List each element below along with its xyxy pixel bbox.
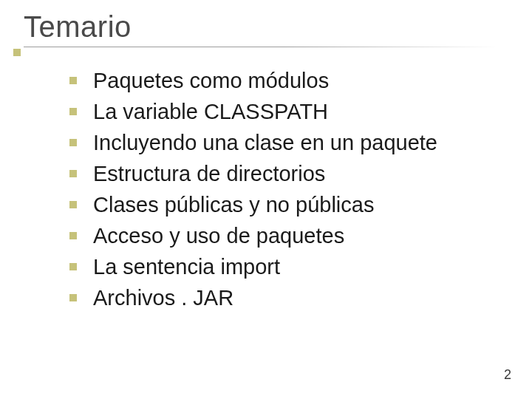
square-bullet-icon — [69, 232, 77, 239]
title-accent-square — [13, 49, 21, 56]
list-item: Acceso y uso de paquetes — [69, 220, 437, 251]
square-bullet-icon — [69, 108, 77, 115]
square-bullet-icon — [69, 170, 77, 177]
list-item: Paquetes como módulos — [69, 65, 437, 96]
page-number: 2 — [504, 367, 511, 383]
list-item: Clases públicas y no públicas — [69, 189, 437, 220]
list-item: Archivos . JAR — [69, 282, 437, 313]
square-bullet-icon — [69, 263, 77, 270]
square-bullet-icon — [69, 201, 77, 208]
slide: Temario Paquetes como módulos La variabl… — [0, 0, 532, 399]
list-item-text: Archivos . JAR — [93, 287, 233, 309]
list-item-text: La variable CLASSPATH — [93, 101, 328, 123]
list-item-text: Acceso y uso de paquetes — [93, 225, 344, 247]
square-bullet-icon — [69, 77, 77, 84]
bullet-list: Paquetes como módulos La variable CLASSP… — [69, 65, 437, 313]
list-item-text: Estructura de directorios — [93, 163, 325, 185]
title-underline — [24, 47, 497, 47]
list-item-text: Clases públicas y no públicas — [93, 194, 374, 216]
list-item-text: Paquetes como módulos — [93, 70, 329, 92]
list-item-text: Incluyendo una clase en un paquete — [93, 132, 437, 154]
square-bullet-icon — [69, 294, 77, 301]
slide-title: Temario — [24, 10, 497, 44]
list-item: Estructura de directorios — [69, 158, 437, 189]
square-bullet-icon — [69, 139, 77, 146]
list-item-text: La sentencia import — [93, 256, 280, 278]
title-block: Temario — [24, 10, 497, 47]
list-item: La sentencia import — [69, 251, 437, 282]
list-item: La variable CLASSPATH — [69, 96, 437, 127]
list-item: Incluyendo una clase en un paquete — [69, 127, 437, 158]
